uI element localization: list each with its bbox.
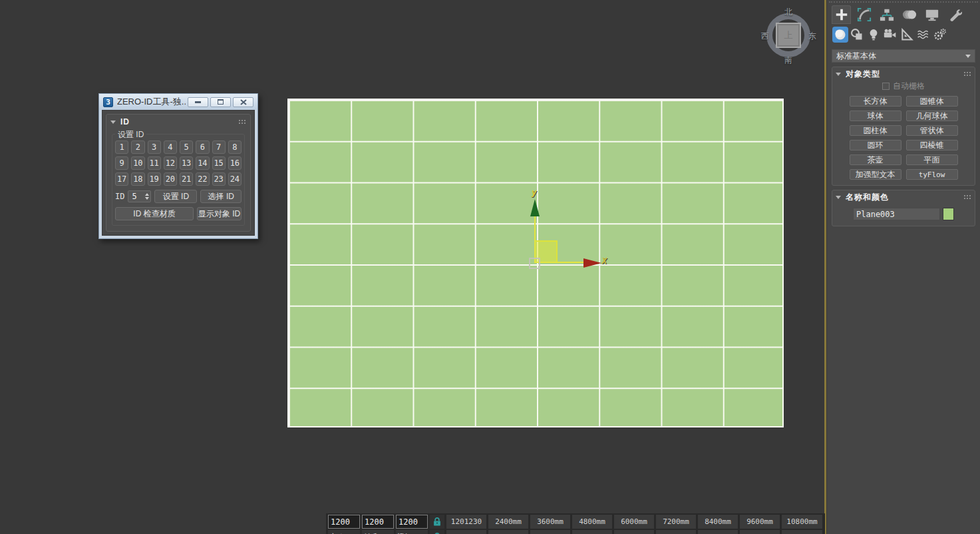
id-button-24[interactable]: 24 [228,172,242,186]
partial-cell-label[interactable]: 实验: [328,530,360,534]
preset-button-4800mm[interactable]: 4800mm [572,515,612,529]
id-button-8[interactable]: 8 [228,140,242,154]
id-button-10[interactable]: 10 [131,156,144,170]
width-field[interactable] [362,515,394,529]
name-color-header[interactable]: 名称和颜色 [836,192,971,202]
preset-button-9600mm[interactable]: 9600mm [740,515,780,529]
id-rollout-header[interactable]: ID [110,117,246,127]
minimize-button[interactable] [188,97,208,107]
partial-value[interactable]: 9600 [782,530,822,534]
show-object-id-button[interactable]: 显示对象 ID [197,207,242,220]
category-cameras[interactable] [882,27,898,43]
partial-value[interactable]: 6000 [656,530,696,534]
id-button-16[interactable]: 16 [228,156,242,170]
close-button[interactable] [233,97,253,107]
id-button-1[interactable]: 1 [115,140,128,154]
viewcube-compass[interactable]: 上 北 南 东 西 [762,8,816,64]
partial-value[interactable]: 2400 [530,530,570,534]
maximize-button[interactable] [210,97,231,107]
preset-button-8400mm[interactable]: 8400mm [698,515,738,529]
tab-modify[interactable] [854,5,874,24]
id-button-19[interactable]: 19 [148,172,161,186]
category-shapes[interactable] [849,27,865,43]
lock-toggle[interactable] [430,515,444,529]
cylinder-button[interactable]: 圆柱体 [850,125,901,136]
id-button-11[interactable]: 11 [148,156,161,170]
set-id-button[interactable]: 设置 ID [154,190,197,203]
teapot-button[interactable]: 茶壶 [850,154,901,165]
id-button-22[interactable]: 22 [196,172,209,186]
partial-value[interactable]: 7200 [698,530,738,534]
id-button-9[interactable]: 9 [115,156,128,170]
partial-value[interactable]: 3600 [572,530,612,534]
tab-utilities[interactable] [945,5,964,24]
category-helpers[interactable] [899,27,915,43]
sphere-button[interactable]: 球体 [850,111,901,121]
id-button-13[interactable]: 13 [180,156,193,170]
preset-button-2400mm[interactable]: 2400mm [488,515,528,529]
partial-cell-add[interactable]: 添加 [396,530,428,534]
id-button-12[interactable]: 12 [164,156,177,170]
compass-north-label[interactable]: 北 [784,7,792,18]
object-type-header[interactable]: 对象类型 [836,69,971,79]
preset-button-7200mm[interactable]: 7200mm [656,515,696,529]
id-button-4[interactable]: 4 [164,140,177,154]
category-lights[interactable] [866,27,882,43]
partial-value[interactable]: 4800 [614,530,654,534]
spinner-up-icon[interactable] [145,193,149,196]
preset-button-3600mm[interactable]: 3600mm [530,515,570,529]
tab-create[interactable] [832,5,851,24]
id-button-15[interactable]: 15 [212,156,226,170]
id-button-14[interactable]: 14 [196,156,209,170]
gizmo-y-axis[interactable] [534,215,536,263]
tab-motion[interactable] [899,5,919,24]
length-field[interactable] [328,515,360,529]
torus-button[interactable]: 圆环 [850,140,901,150]
primitive-type-dropdown[interactable]: 标准基本体 [832,49,975,63]
gizmo-y-arrowhead[interactable] [530,199,540,216]
cone-button[interactable]: 圆锥体 [906,96,958,107]
id-button-21[interactable]: 21 [180,172,193,186]
id-button-20[interactable]: 20 [164,172,177,186]
id-button-18[interactable]: 18 [131,172,144,186]
id-button-2[interactable]: 2 [131,140,144,154]
id-button-6[interactable]: 6 [196,140,209,154]
box-button[interactable]: 长方体 [850,96,901,107]
autogrid-checkbox[interactable] [882,83,890,90]
category-geometry[interactable] [832,27,848,43]
partial-value[interactable]: 12000 [446,530,486,534]
id-button-5[interactable]: 5 [180,140,193,154]
category-space-warps[interactable] [915,27,931,43]
dialog-titlebar[interactable]: 3 ZERO-ID工具-独... [99,94,257,110]
check-material-button[interactable]: ID 检查材质 [115,207,194,220]
object-color-swatch[interactable] [943,208,954,220]
viewcube-top-face[interactable]: 上 [776,23,801,48]
gizmo-x-axis[interactable] [535,262,585,263]
text-plus-button[interactable]: 加强型文本 [850,169,901,180]
id-spinner-input[interactable] [132,192,144,201]
id-button-3[interactable]: 3 [148,140,161,154]
tyflow-button[interactable]: tyFlow [906,169,958,180]
preset-button-10800mm[interactable]: 10800mm [782,515,822,529]
tab-display[interactable] [922,5,941,24]
pyramid-button[interactable]: 四棱锥 [906,140,958,150]
height-field[interactable] [396,515,428,529]
object-name-input[interactable] [853,208,940,220]
partial-value[interactable]: 1800 [488,530,528,534]
partial-cell-material[interactable]: 材质 [362,530,394,534]
select-id-button[interactable]: 选择 ID [200,190,242,203]
spinner-down-icon[interactable] [145,197,149,200]
id-button-7[interactable]: 7 [212,140,226,154]
category-systems[interactable] [932,27,948,43]
preset-button-1201230[interactable]: 1201230 [446,515,486,529]
partial-value[interactable]: 8400 [740,530,780,534]
compass-south-label[interactable]: 南 [784,55,792,66]
compass-east-label[interactable]: 东 [808,31,816,42]
geosphere-button[interactable]: 几何球体 [906,111,958,121]
preset-button-6000mm[interactable]: 6000mm [614,515,654,529]
plane-button[interactable]: 平面 [906,154,958,165]
id-button-23[interactable]: 23 [212,172,226,186]
lock-toggle-2[interactable] [430,530,444,534]
id-button-17[interactable]: 17 [115,172,128,186]
tube-button[interactable]: 管状体 [906,125,958,136]
